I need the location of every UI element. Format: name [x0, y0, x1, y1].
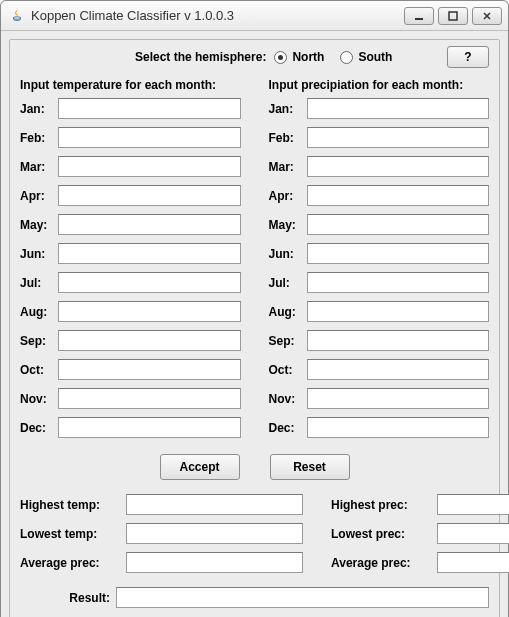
- stats-left: Highest temp: Lowest temp: Average prec:: [20, 494, 303, 581]
- temp-row-jul: Jul:: [20, 272, 241, 293]
- prec-row-aug: Aug:: [269, 301, 490, 322]
- temp-row-apr: Apr:: [20, 185, 241, 206]
- month-columns: Input temperature for each month: Jan: F…: [20, 78, 489, 446]
- temp-row-sep: Sep:: [20, 330, 241, 351]
- avg-prec-left-field[interactable]: [126, 552, 303, 573]
- client-area: Select the hemisphere: North South ? Inp…: [1, 31, 508, 617]
- prec-label-jul: Jul:: [269, 276, 303, 290]
- hemisphere-row: Select the hemisphere: North South ?: [20, 46, 489, 68]
- result-row: Result:: [20, 587, 489, 608]
- lowest-temp-field[interactable]: [126, 523, 303, 544]
- highest-temp-field[interactable]: [126, 494, 303, 515]
- prec-input-jan[interactable]: [307, 98, 490, 119]
- svg-point-0: [13, 16, 21, 18]
- avg-prec-right-label: Average prec:: [331, 556, 433, 570]
- temp-column: Input temperature for each month: Jan: F…: [20, 78, 241, 446]
- window-buttons: [404, 7, 502, 25]
- prec-label-jan: Jan:: [269, 102, 303, 116]
- prec-row-jan: Jan:: [269, 98, 490, 119]
- temp-row-jun: Jun:: [20, 243, 241, 264]
- accept-button[interactable]: Accept: [160, 454, 240, 480]
- temp-input-aug[interactable]: [58, 301, 241, 322]
- temp-input-oct[interactable]: [58, 359, 241, 380]
- prec-input-dec[interactable]: [307, 417, 490, 438]
- radio-south-label: South: [358, 50, 392, 64]
- prec-heading: Input precipiation for each month:: [269, 78, 490, 92]
- avg-prec-right-field[interactable]: [437, 552, 509, 573]
- button-row: Accept Reset: [20, 454, 489, 480]
- lowest-prec-row: Lowest prec:: [331, 523, 509, 544]
- prec-input-jun[interactable]: [307, 243, 490, 264]
- result-field[interactable]: [116, 587, 489, 608]
- radio-north[interactable]: North: [274, 50, 332, 64]
- window-title: Koppen Climate Classifier v 1.0.0.3: [31, 8, 404, 23]
- result-label: Result:: [20, 591, 110, 605]
- prec-row-mar: Mar:: [269, 156, 490, 177]
- temp-row-nov: Nov:: [20, 388, 241, 409]
- prec-row-feb: Feb:: [269, 127, 490, 148]
- highest-temp-row: Highest temp:: [20, 494, 303, 515]
- temp-input-feb[interactable]: [58, 127, 241, 148]
- temp-label-oct: Oct:: [20, 363, 54, 377]
- lowest-prec-label: Lowest prec:: [331, 527, 433, 541]
- maximize-button[interactable]: [438, 7, 468, 25]
- highest-prec-field[interactable]: [437, 494, 509, 515]
- temp-label-dec: Dec:: [20, 421, 54, 435]
- prec-input-oct[interactable]: [307, 359, 490, 380]
- temp-input-mar[interactable]: [58, 156, 241, 177]
- lowest-temp-label: Lowest temp:: [20, 527, 122, 541]
- avg-prec-left-row: Average prec:: [20, 552, 303, 573]
- radio-south[interactable]: South: [340, 50, 400, 64]
- temp-input-jun[interactable]: [58, 243, 241, 264]
- temp-input-may[interactable]: [58, 214, 241, 235]
- close-button[interactable]: [472, 7, 502, 25]
- highest-temp-label: Highest temp:: [20, 498, 122, 512]
- prec-row-apr: Apr:: [269, 185, 490, 206]
- temp-input-sep[interactable]: [58, 330, 241, 351]
- prec-input-nov[interactable]: [307, 388, 490, 409]
- temp-input-dec[interactable]: [58, 417, 241, 438]
- prec-label-sep: Sep:: [269, 334, 303, 348]
- prec-label-feb: Feb:: [269, 131, 303, 145]
- prec-label-jun: Jun:: [269, 247, 303, 261]
- highest-prec-row: Highest prec:: [331, 494, 509, 515]
- prec-label-may: May:: [269, 218, 303, 232]
- lowest-temp-row: Lowest temp:: [20, 523, 303, 544]
- reset-button[interactable]: Reset: [270, 454, 350, 480]
- prec-input-jul[interactable]: [307, 272, 490, 293]
- temp-row-jan: Jan:: [20, 98, 241, 119]
- temp-row-mar: Mar:: [20, 156, 241, 177]
- stats-row: Highest temp: Lowest temp: Average prec:…: [20, 494, 489, 581]
- temp-input-apr[interactable]: [58, 185, 241, 206]
- prec-input-may[interactable]: [307, 214, 490, 235]
- help-button[interactable]: ?: [447, 46, 489, 68]
- svg-rect-2: [449, 12, 457, 20]
- radio-south-icon: [340, 51, 353, 64]
- minimize-button[interactable]: [404, 7, 434, 25]
- prec-label-apr: Apr:: [269, 189, 303, 203]
- titlebar: Koppen Climate Classifier v 1.0.0.3: [1, 1, 508, 31]
- prec-input-feb[interactable]: [307, 127, 490, 148]
- prec-input-apr[interactable]: [307, 185, 490, 206]
- temp-label-apr: Apr:: [20, 189, 54, 203]
- radio-north-label: North: [292, 50, 324, 64]
- prec-input-aug[interactable]: [307, 301, 490, 322]
- lowest-prec-field[interactable]: [437, 523, 509, 544]
- prec-row-may: May:: [269, 214, 490, 235]
- prec-label-oct: Oct:: [269, 363, 303, 377]
- temp-input-jan[interactable]: [58, 98, 241, 119]
- prec-row-jun: Jun:: [269, 243, 490, 264]
- prec-row-sep: Sep:: [269, 330, 490, 351]
- hemisphere-prompt: Select the hemisphere:: [135, 50, 266, 64]
- temp-input-nov[interactable]: [58, 388, 241, 409]
- temp-label-nov: Nov:: [20, 392, 54, 406]
- temp-heading: Input temperature for each month:: [20, 78, 241, 92]
- temp-row-oct: Oct:: [20, 359, 241, 380]
- prec-row-jul: Jul:: [269, 272, 490, 293]
- svg-rect-1: [415, 18, 423, 20]
- temp-input-jul[interactable]: [58, 272, 241, 293]
- prec-input-mar[interactable]: [307, 156, 490, 177]
- prec-input-sep[interactable]: [307, 330, 490, 351]
- temp-label-sep: Sep:: [20, 334, 54, 348]
- temp-label-jan: Jan:: [20, 102, 54, 116]
